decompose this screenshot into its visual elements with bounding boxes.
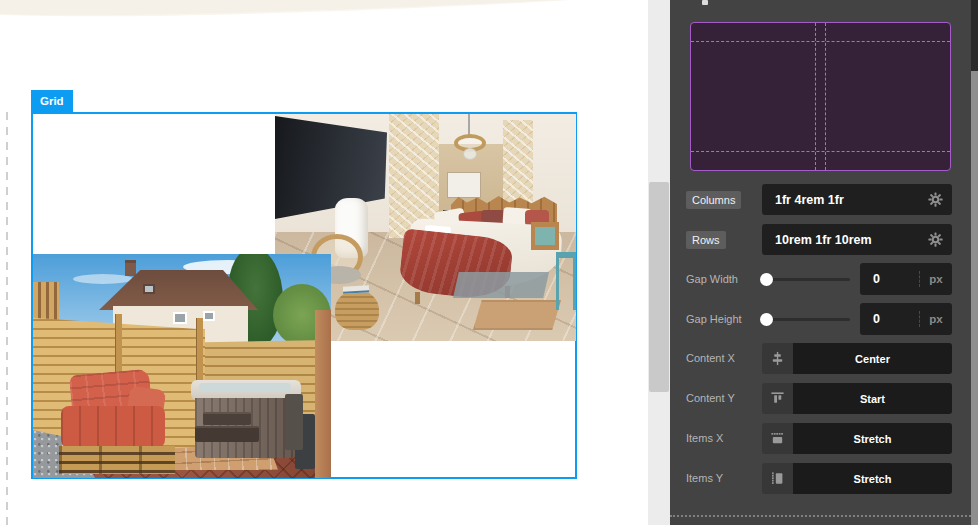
house-roof-window xyxy=(143,284,155,294)
bedroom-tan-rug xyxy=(473,300,561,330)
preview-column-line xyxy=(825,23,826,170)
items-y-control[interactable]: Stretch xyxy=(762,463,952,494)
panel-scrollbar-track[interactable] xyxy=(971,0,978,525)
panel-section-divider xyxy=(670,515,971,517)
columns-input[interactable]: 1fr 4rem 1fr xyxy=(762,184,952,215)
bedroom-books xyxy=(343,285,369,293)
gap-width-value[interactable]: 0 xyxy=(860,272,919,286)
preview-row-line xyxy=(691,41,950,42)
bedroom-rattan-ottoman xyxy=(335,290,379,330)
bedroom-lamp-cord xyxy=(468,114,470,136)
section-wave-divider xyxy=(0,0,648,20)
pallet-sofa-base xyxy=(59,446,175,474)
gap-height-slider-knob[interactable] xyxy=(760,313,773,326)
items-x-control[interactable]: Stretch xyxy=(762,423,952,454)
gap-height-slider[interactable] xyxy=(762,318,850,321)
house-window xyxy=(203,311,215,321)
bedroom-blue-rug xyxy=(453,272,549,298)
cloud xyxy=(73,274,133,284)
columns-label: Columns xyxy=(686,191,741,209)
hot-tub-cover xyxy=(285,394,303,450)
content-x-label: Content X xyxy=(686,352,735,364)
align-start-icon[interactable] xyxy=(762,383,793,414)
columns-value[interactable]: 1fr 4rem 1fr xyxy=(762,193,928,207)
gap-width-slider[interactable] xyxy=(762,278,850,281)
patio-right-wall xyxy=(315,310,331,478)
grid-element-badge[interactable]: Grid xyxy=(31,90,73,113)
content-y-label: Content Y xyxy=(686,392,735,404)
panel-scrollbar-thumb[interactable] xyxy=(971,71,978,525)
items-x-label: Items X xyxy=(686,432,723,444)
canvas-scrollbar-track[interactable] xyxy=(648,0,670,525)
gap-height-label: Gap Height xyxy=(686,313,742,325)
gap-width-input[interactable]: 0 px xyxy=(860,263,952,295)
justify-center-icon[interactable] xyxy=(762,343,793,374)
content-x-control[interactable]: Center xyxy=(762,343,952,374)
grid-template-preview[interactable] xyxy=(690,22,951,171)
gap-width-unit[interactable]: px xyxy=(920,273,952,285)
content-x-button[interactable]: Center xyxy=(793,343,952,374)
editor-canvas: Grid xyxy=(0,0,648,525)
items-y-button[interactable]: Stretch xyxy=(793,463,952,494)
house-window xyxy=(173,312,187,324)
bedroom-nightstand xyxy=(531,222,559,250)
gap-height-input[interactable]: 0 px xyxy=(860,303,952,335)
columns-settings-gear-icon[interactable] xyxy=(928,192,943,207)
items-y-label: Items Y xyxy=(686,472,723,484)
grid-settings-panel: Columns 1fr 4rem 1fr Rows 10rem 1f xyxy=(670,0,971,525)
hot-tub-step xyxy=(203,412,251,425)
stretch-vertical-icon[interactable] xyxy=(762,463,793,494)
preview-row-line xyxy=(691,151,950,152)
content-y-control[interactable]: Start xyxy=(762,383,952,414)
items-x-button[interactable]: Stretch xyxy=(793,423,952,454)
gap-height-value[interactable]: 0 xyxy=(860,312,919,326)
house-chimney xyxy=(125,260,136,276)
hot-tub-water xyxy=(199,383,291,392)
preview-column-line xyxy=(815,23,816,170)
section-dashed-guide xyxy=(6,112,8,525)
stretch-horizontal-icon[interactable] xyxy=(762,423,793,454)
rows-label: Rows xyxy=(686,231,726,249)
bedroom-mirror xyxy=(447,172,481,198)
hot-tub-step xyxy=(195,426,259,442)
bed-leg xyxy=(415,292,420,304)
rows-value[interactable]: 10rem 1fr 10rem xyxy=(762,233,928,247)
canvas-scrollbar-thumb[interactable] xyxy=(649,182,669,392)
bedroom-teal-table xyxy=(556,252,576,310)
content-y-button[interactable]: Start xyxy=(793,383,952,414)
patio-photo[interactable] xyxy=(33,254,331,478)
pallet-sofa-seat xyxy=(61,406,165,448)
gap-width-slider-knob[interactable] xyxy=(760,273,773,286)
bedroom-lamp-glass xyxy=(463,148,477,160)
gap-width-label: Gap Width xyxy=(686,273,738,285)
gap-height-unit[interactable]: px xyxy=(920,313,952,325)
rows-settings-gear-icon[interactable] xyxy=(928,232,943,247)
page-builder-window: Grid xyxy=(0,0,978,525)
rows-input[interactable]: 10rem 1fr 10rem xyxy=(762,224,952,255)
partial-header-icon xyxy=(702,0,708,5)
